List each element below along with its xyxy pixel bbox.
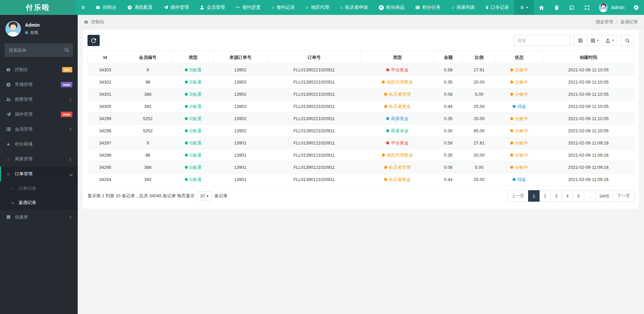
table-row[interactable]: 3430296E账通13902FLL01390221020911地区代理奖金0.… <box>88 76 634 88</box>
menu-icon: ≡ <box>81 4 85 10</box>
status-badge: 分账中 <box>510 67 528 73</box>
paper-plane-icon <box>164 5 168 10</box>
status-dot <box>185 129 188 132</box>
sidebar-item-order-manage[interactable]: ○订单管理 <box>0 166 78 181</box>
sidebar-item-rebate-records[interactable]: ○返佣记录 <box>0 196 78 210</box>
nav-item-merchant-list[interactable]: ○商家列表 <box>446 0 480 15</box>
page-button-5[interactable]: 5 <box>573 190 584 202</box>
page-size-value: 10 <box>200 194 204 198</box>
breadcrumb-parent[interactable]: 佣金管理 <box>595 19 613 25</box>
top-navbar: 付乐啦 ≡ 控制台系统配置插件管理会员管理•••签约进度○签约记录○地区代理○拓… <box>0 0 644 15</box>
nav-item-shop-applicant[interactable]: ○拓店者申请 <box>335 0 373 15</box>
page-size-select[interactable]: 10 ▲ <box>197 192 212 200</box>
reward-type-badge: 地区代理奖金 <box>382 152 413 158</box>
brand-logo[interactable]: 付乐啦 <box>0 0 76 15</box>
columns-grid-icon <box>591 38 595 43</box>
sidebar-item-plugin-manage[interactable]: 插件管理new <box>0 107 78 122</box>
sidebar-item-order-records[interactable]: ○订单记录 <box>0 181 78 196</box>
fullscreen-button[interactable] <box>579 0 595 15</box>
table-row[interactable]: 342985252E账通13902FLL01390221020911商家本金0.… <box>88 125 634 137</box>
refresh-button[interactable] <box>88 35 100 46</box>
sidebar-item-general-manage[interactable]: 常规管理new <box>0 77 78 92</box>
table-row[interactable]: 34301388E账通13902FLL01390221020911拓店者管理0.… <box>88 88 634 100</box>
chevron-left-icon <box>70 128 73 131</box>
sidebar-username: Admin <box>25 22 40 28</box>
column-header[interactable]: 订单号 <box>267 51 361 64</box>
main-content: 控制台 佣金管理 / 返佣记录 ▾ ▾ <box>78 15 644 314</box>
table-search-input[interactable] <box>514 35 570 46</box>
circle-icon: ○ <box>306 5 308 10</box>
page-button-1[interactable]: 1 <box>528 190 540 202</box>
page-button-prev[interactable]: 上一页 <box>507 190 528 202</box>
menu-icon: ≡ <box>520 5 524 10</box>
sidebar-item-dashboard[interactable]: 控制台hot <box>0 62 78 77</box>
breadcrumb-left-label[interactable]: 控制台 <box>91 19 104 25</box>
status-dot <box>384 166 387 169</box>
column-header[interactable]: 金额 <box>434 51 463 64</box>
sidebar-item-points-mall[interactable]: ★积分商城 <box>0 137 78 152</box>
column-header[interactable]: 会员编号 <box>123 51 173 64</box>
table-row[interactable]: 34300392E账通13902FLL01390221020911拓店者奖金0.… <box>88 100 634 113</box>
nav-item-sign-records[interactable]: ○签约记录 <box>266 0 300 15</box>
table-row[interactable]: 34294392E账通13901FLL01390121020911拓店者奖金0.… <box>88 174 634 186</box>
toggle-view-button[interactable] <box>574 35 587 46</box>
table-row[interactable]: 3429696E账通13901FLL01390121020911地区代理奖金0.… <box>88 149 634 161</box>
table-row[interactable]: 342995252E账通13902FLL01390221020911商家奖金0.… <box>88 113 634 125</box>
settings-button[interactable] <box>628 0 644 15</box>
table-row[interactable]: 342979E账通13901FLL01390121020911平台奖金0.582… <box>88 137 634 149</box>
sidebar-item-member-manage[interactable]: 会员管理 <box>0 122 78 137</box>
column-header[interactable]: 来源订单号 <box>213 51 267 64</box>
table-row[interactable]: 34295388E账通13901FLL01390121020911拓店者管理0.… <box>88 161 634 174</box>
nav-item-system-config[interactable]: 系统配置 <box>122 0 158 15</box>
avatar <box>599 3 608 12</box>
search-icon <box>64 47 69 52</box>
search-toggle-button[interactable] <box>621 35 634 46</box>
sidebar-menu: 控制台hot常规管理new权限管理插件管理new会员管理★积分商城○商家管理○订… <box>0 62 78 314</box>
nav-item-dashboard[interactable]: 控制台 <box>90 0 122 15</box>
sidebar-item-permission-manage[interactable]: 权限管理 <box>0 92 78 107</box>
new-badge: new <box>61 82 72 87</box>
nav-item-plugin-manage[interactable]: 插件管理 <box>158 0 194 15</box>
page-button-4[interactable]: 4 <box>562 190 573 202</box>
status-dot <box>386 141 389 144</box>
status-dot <box>382 154 385 157</box>
sidebar-item-coupon[interactable]: 优惠券 <box>0 210 78 225</box>
nav-item-region-agent[interactable]: ○地区代理 <box>300 0 335 15</box>
records-summary-suffix: 条记录 <box>214 193 227 199</box>
column-header[interactable]: Id <box>88 51 123 64</box>
account-type-badge: E账通 <box>185 140 201 146</box>
column-header[interactable]: 创建时间 <box>543 51 634 64</box>
nav-item-password-records[interactable]: ¥口令记录 <box>480 0 515 15</box>
home-button[interactable] <box>534 0 549 15</box>
message-button[interactable] <box>564 0 579 15</box>
nav-item-member-manage[interactable]: 会员管理 <box>194 0 230 15</box>
nav-item-points-task[interactable]: 积分任务 <box>410 0 446 15</box>
user-menu[interactable]: Admin <box>595 0 628 15</box>
account-type-badge: E账通 <box>185 116 201 122</box>
avatar <box>5 21 21 37</box>
sidebar-toggle-button[interactable]: ≡ <box>76 0 91 15</box>
page-button-3[interactable]: 3 <box>550 190 562 202</box>
circle-icon: ○ <box>7 157 10 161</box>
page-button-next[interactable]: 下一页 <box>613 190 634 202</box>
nav-item-sign-progress[interactable]: •••签约进度 <box>230 0 266 15</box>
page-button-3405[interactable]: 3405 <box>595 190 613 202</box>
columns-button[interactable]: ▾ <box>587 35 602 46</box>
menu-search-input[interactable] <box>5 43 73 57</box>
reward-type-badge: 商家奖金 <box>386 116 408 122</box>
gears-icon <box>634 5 639 10</box>
column-header[interactable]: 类型 <box>361 51 434 64</box>
reward-type-badge: 拓店者管理 <box>384 91 411 97</box>
status-dot <box>513 105 516 108</box>
column-header[interactable]: 类型 <box>173 51 214 64</box>
status-dot <box>510 166 513 169</box>
sidebar-item-merchant-manage[interactable]: ○商家管理 <box>0 152 78 166</box>
nav-item-points-goods[interactable]: P积分商品 <box>373 0 410 15</box>
export-button[interactable]: ▾ <box>602 35 617 46</box>
nav-more-dropdown-toggle[interactable]: ≡ ▾ <box>514 0 534 15</box>
clear-cache-button[interactable] <box>549 0 564 15</box>
table-row[interactable]: 343039E账通13902FLL01390221020911平台奖金0.582… <box>88 64 634 76</box>
column-header[interactable]: 比例 <box>463 51 496 64</box>
column-header[interactable]: 状态 <box>496 51 543 64</box>
page-button-2[interactable]: 2 <box>539 190 551 202</box>
